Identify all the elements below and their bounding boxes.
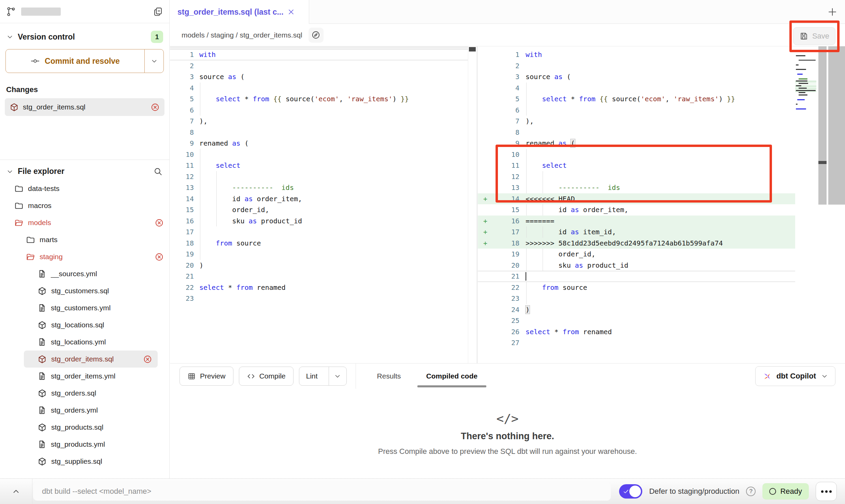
defer-toggle[interactable] <box>619 484 642 499</box>
code-line[interactable]: 4 <box>478 83 795 94</box>
editor-pane-left[interactable]: 1with23source as (45 select * from {{ so… <box>170 46 468 363</box>
code-line[interactable]: 20 sku as product_id <box>478 260 795 271</box>
commit-and-resolve-button[interactable]: Commit and resolve <box>5 49 164 73</box>
editor-split-divider[interactable] <box>477 46 477 363</box>
tab-results[interactable]: Results <box>377 364 401 389</box>
editor-scrollbar-track[interactable] <box>818 46 827 205</box>
file-explorer-header[interactable]: File explorer <box>0 160 169 180</box>
file-tree-item[interactable]: __sources.yml <box>0 265 169 282</box>
code-line[interactable]: 26select * from renamed <box>478 326 795 338</box>
code-line[interactable]: 2 <box>478 60 795 72</box>
code-line[interactable]: 27 <box>478 337 795 349</box>
code-line[interactable]: 9renamed as ( <box>478 138 795 149</box>
code-line[interactable]: 8 <box>170 127 468 138</box>
code-line[interactable]: +17 id as item_id, <box>478 226 795 238</box>
code-line[interactable]: +14<<<<<<< HEAD <box>478 193 795 205</box>
file-tree-item[interactable]: data-tests <box>0 180 169 197</box>
code-line[interactable]: 5 select * from {{ source('ecom', 'raw_i… <box>478 93 795 105</box>
code-line[interactable]: 13 ---------- ids <box>478 182 795 193</box>
new-tab-icon[interactable] <box>827 7 837 17</box>
scrollbar-thumb[interactable] <box>818 161 827 164</box>
code-line[interactable]: 19 order_id, <box>478 249 795 260</box>
code-line[interactable]: 11 select <box>478 160 795 171</box>
changed-file-row[interactable]: stg_order_items.sql <box>5 98 164 116</box>
code-line[interactable]: 1with <box>170 49 468 60</box>
code-line[interactable]: 17 <box>170 226 468 238</box>
file-tree-item[interactable]: macros <box>0 197 169 214</box>
file-tree-item[interactable]: stg_customers.sql <box>0 282 169 299</box>
file-tree-item[interactable]: stg_products.yml <box>0 436 169 453</box>
commit-options-caret[interactable] <box>144 49 163 73</box>
code-line[interactable]: 21 <box>170 271 468 282</box>
code-line[interactable]: 8 <box>478 127 795 138</box>
file-tree-item[interactable]: stg_orders.sql <box>0 385 169 402</box>
code-line[interactable]: 6 <box>478 105 795 116</box>
code-line[interactable]: 10 <box>478 149 795 160</box>
lint-button[interactable]: Lint <box>299 367 347 386</box>
file-tree-item[interactable]: stg_order_items.yml <box>0 368 169 385</box>
code-line[interactable]: 23 <box>170 293 468 304</box>
code-line[interactable]: 5 select * from {{ source('ecom', 'raw_i… <box>170 93 468 105</box>
window-scrollbar[interactable] <box>828 46 845 205</box>
revert-file-icon[interactable] <box>151 103 160 112</box>
file-tree-item[interactable]: stg_customers.yml <box>0 299 169 316</box>
minimap[interactable] <box>795 46 818 363</box>
code-line[interactable]: 21 <box>478 271 795 282</box>
dbt-command-input[interactable]: dbt build --select <model_name> <box>33 482 611 501</box>
code-line[interactable]: 4 <box>170 83 468 94</box>
code-line[interactable]: 2 <box>170 60 468 72</box>
code-line[interactable]: 20) <box>170 260 468 271</box>
code-line[interactable]: 22select * from renamed <box>170 282 468 293</box>
code-line[interactable]: 3source as ( <box>478 71 795 83</box>
code-line[interactable]: 24) <box>478 304 795 315</box>
scrollbar-thumb[interactable] <box>469 47 476 51</box>
code-line[interactable]: 14 id as order_item, <box>170 193 468 205</box>
code-line[interactable]: 16 sku as product_id <box>170 216 468 227</box>
code-line[interactable]: 15 id as order_item, <box>478 204 795 216</box>
code-line[interactable]: 9renamed as ( <box>170 138 468 149</box>
code-line[interactable]: 23 <box>478 293 795 304</box>
code-line[interactable]: 22 from source <box>478 282 795 293</box>
save-button[interactable]: Save <box>793 27 835 45</box>
file-tree-item[interactable]: stg_orders.yml <box>0 402 169 419</box>
code-line[interactable]: 25 <box>478 315 795 326</box>
code-line[interactable]: 19 <box>170 249 468 260</box>
compile-button[interactable]: Compile <box>239 367 293 386</box>
file-tree-item[interactable]: staging <box>0 248 169 265</box>
dbt-copilot-button[interactable]: dbt Copilot <box>755 366 835 386</box>
preview-button[interactable]: Preview <box>180 367 233 386</box>
code-line[interactable]: 12 <box>170 171 468 182</box>
code-line[interactable]: 6 <box>170 105 468 116</box>
help-icon[interactable]: ? <box>746 487 756 496</box>
file-tree-item[interactable]: stg_locations.yml <box>0 333 169 351</box>
revert-file-icon[interactable] <box>155 252 169 262</box>
code-line[interactable]: 3source as ( <box>170 71 468 83</box>
version-control-header[interactable]: Version control 1 <box>0 23 169 48</box>
code-line[interactable]: +18>>>>>>> 58c1dd23d5eebd9cd2495fa7124ab… <box>478 238 795 249</box>
lineage-compass-button[interactable] <box>309 28 324 43</box>
left-editor-scrollbar[interactable] <box>468 46 476 363</box>
tab-stg-order-items[interactable]: stg_order_items.sql (last c... <box>170 0 309 24</box>
code-line[interactable]: 11 select <box>170 160 468 171</box>
code-line[interactable]: +16======= <box>478 216 795 227</box>
file-tree-item[interactable]: stg_order_items.sql <box>24 351 158 368</box>
lint-options-caret[interactable] <box>329 367 346 385</box>
tab-compiled-code[interactable]: Compiled code <box>426 364 478 389</box>
code-line[interactable]: 13 ---------- ids <box>170 182 468 193</box>
copy-icon[interactable] <box>153 6 163 17</box>
search-icon[interactable] <box>153 167 162 176</box>
revert-file-icon[interactable] <box>155 218 169 227</box>
code-line[interactable]: 12 <box>478 171 795 182</box>
code-line[interactable]: 7), <box>478 116 795 127</box>
editor-pane-right[interactable]: 1with23source as (45 select * from {{ so… <box>478 46 795 363</box>
code-line[interactable]: 7), <box>170 116 468 127</box>
file-tree-item[interactable]: stg_products.sql <box>0 419 169 436</box>
file-tree-item[interactable]: models <box>0 214 169 231</box>
code-line[interactable]: 10 <box>170 149 468 160</box>
file-tree-item[interactable]: stg_supplies.sql <box>0 453 169 470</box>
file-tree-item[interactable]: marts <box>0 231 169 248</box>
close-icon[interactable] <box>287 8 295 16</box>
overflow-menu-button[interactable] <box>816 482 837 501</box>
revert-file-icon[interactable] <box>143 355 158 364</box>
code-line[interactable]: 15 order_id, <box>170 204 468 216</box>
